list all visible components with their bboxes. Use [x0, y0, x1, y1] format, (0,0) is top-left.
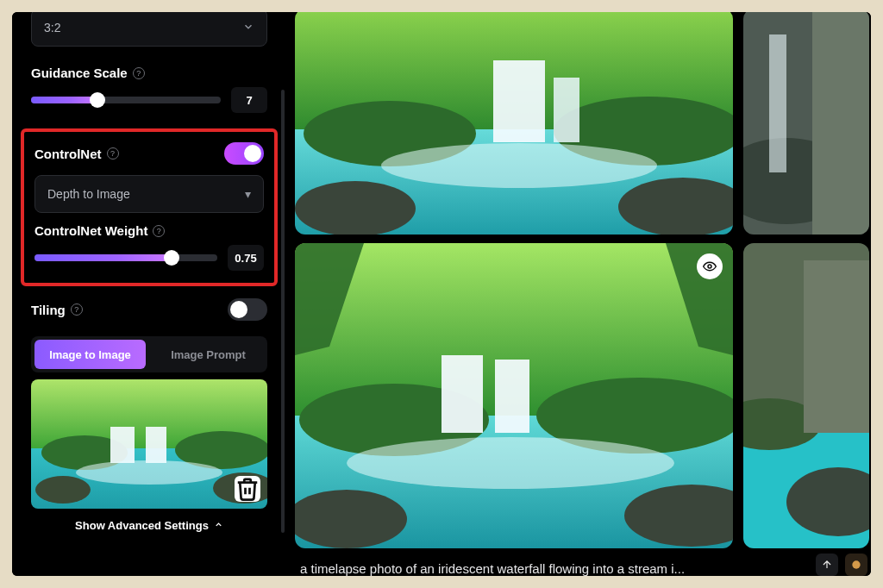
- chevron-down-icon: [242, 21, 254, 35]
- result-image[interactable]: [743, 12, 869, 235]
- action-button[interactable]: [816, 554, 838, 576]
- settings-sidebar: 3:2 Guidance Scale ? 7 ControlNet: [12, 12, 286, 576]
- svg-rect-14: [554, 78, 579, 142]
- svg-rect-13: [493, 60, 545, 142]
- tiling-label: Tiling ?: [31, 303, 83, 317]
- svg-point-31: [708, 265, 711, 268]
- svg-point-37: [852, 560, 860, 568]
- advanced-settings-toggle[interactable]: Show Advanced Settings: [31, 519, 267, 532]
- svg-rect-26: [442, 355, 483, 433]
- visibility-icon[interactable]: [697, 253, 723, 279]
- prompt-text: a timelapse photo of an iridescent water…: [300, 561, 685, 576]
- svg-rect-27: [495, 360, 529, 433]
- controlnet-weight-value: 0.75: [228, 245, 264, 271]
- sidebar-scrollbar[interactable]: [281, 90, 285, 533]
- svg-point-28: [347, 437, 674, 489]
- controlnet-toggle[interactable]: [224, 142, 264, 165]
- chevron-up-icon: [214, 519, 223, 532]
- help-icon[interactable]: ?: [107, 147, 119, 160]
- action-button[interactable]: [845, 554, 867, 576]
- help-icon[interactable]: ?: [71, 303, 83, 316]
- result-image[interactable]: [295, 12, 733, 235]
- controlnet-mode-select[interactable]: Depth to Image ▾: [34, 175, 264, 213]
- controlnet-label: ControlNet ?: [34, 147, 119, 161]
- guidance-scale-slider[interactable]: [31, 97, 221, 103]
- svg-point-15: [381, 143, 657, 188]
- guidance-scale-label: Guidance Scale ?: [31, 66, 267, 80]
- tab-image-to-image[interactable]: Image to Image: [34, 340, 146, 369]
- delete-source-button[interactable]: [235, 476, 260, 502]
- source-image-preview[interactable]: [31, 379, 267, 509]
- svg-point-16: [295, 181, 416, 235]
- controlnet-mode-value: Depth to Image: [47, 187, 130, 201]
- svg-rect-20: [812, 12, 869, 235]
- results-panel: a timelapse photo of an iridescent water…: [286, 12, 871, 576]
- result-image[interactable]: [743, 243, 869, 548]
- app-root: 3:2 Guidance Scale ? 7 ControlNet: [12, 12, 871, 576]
- help-icon[interactable]: ?: [133, 67, 145, 79]
- svg-point-6: [76, 460, 222, 485]
- svg-rect-36: [804, 260, 869, 433]
- tiling-toggle[interactable]: [228, 298, 267, 321]
- svg-rect-21: [769, 34, 786, 172]
- controlnet-annotation: ControlNet ? Depth to Image ▾ ControlNet…: [21, 128, 278, 286]
- result-image[interactable]: [295, 243, 733, 548]
- prompt-bar: a timelapse photo of an iridescent water…: [295, 550, 871, 576]
- aspect-ratio-select[interactable]: 3:2: [31, 12, 267, 47]
- svg-point-7: [35, 476, 91, 504]
- help-icon[interactable]: ?: [153, 225, 165, 237]
- image-source-tabs: Image to Image Image Prompt: [31, 336, 267, 372]
- controlnet-weight-label: ControlNet Weight ?: [34, 223, 264, 238]
- caret-down-icon: ▾: [245, 187, 251, 201]
- controlnet-weight-slider[interactable]: [34, 254, 217, 261]
- aspect-ratio-value: 3:2: [44, 21, 60, 34]
- guidance-scale-value: 7: [231, 87, 267, 113]
- svg-rect-4: [110, 427, 135, 463]
- tab-image-prompt[interactable]: Image Prompt: [153, 340, 264, 369]
- svg-rect-5: [146, 427, 166, 463]
